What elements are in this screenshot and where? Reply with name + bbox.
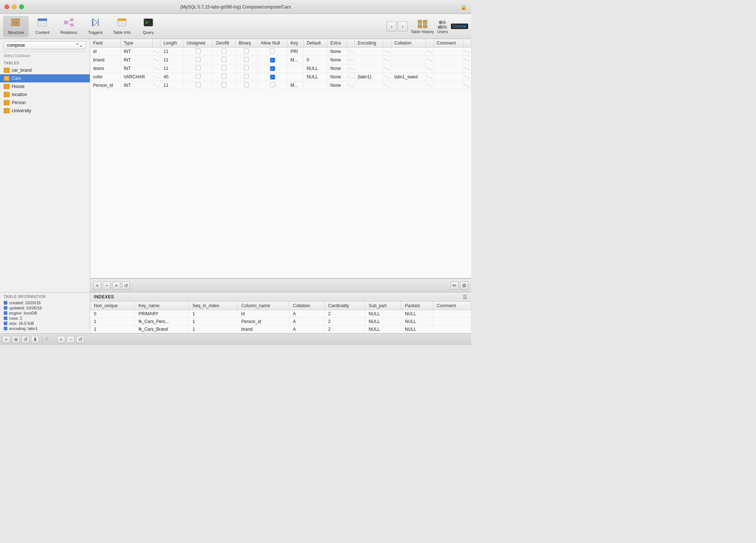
zerofill-checkbox[interactable] [222,57,226,62]
toolbar-content-button[interactable]: Content [29,16,55,37]
console-button[interactable]: Console [451,24,468,29]
comment-stepper[interactable]: ⌃⌄ [463,73,471,81]
field-allownull[interactable] [257,81,287,90]
field-zerofill[interactable] [213,64,236,73]
field-unsigned[interactable] [184,64,213,73]
field-binary[interactable] [236,81,258,90]
app-refresh-button[interactable]: ↺ [21,336,29,343]
binary-checkbox[interactable] [244,49,249,53]
sidebar-item-cars[interactable]: Cars [0,74,90,82]
app-gear-button[interactable]: ⚙ [12,336,20,343]
table-row[interactable]: Person_id INT ⌃⌄ 11 M... None ⌃⌄ ⌃⌄ ⌃⌄ ⌃… [90,81,471,90]
extra-stepper[interactable]: ⌃⌄ [347,81,354,90]
field-unsigned[interactable] [184,47,213,56]
allownull-checkbox[interactable]: ✓ [270,75,275,79]
sidebar-item-house[interactable]: House [0,82,90,90]
field-binary[interactable] [236,47,258,56]
comment-stepper[interactable]: ⌃⌄ [463,56,471,64]
encoding-stepper[interactable]: ⌃⌄ [384,81,391,90]
field-allownull[interactable]: ✓ [257,64,287,73]
extra-stepper[interactable]: ⌃⌄ [347,47,354,56]
type-stepper[interactable]: ⌃⌄ [153,64,160,73]
field-allownull[interactable]: ✓ [257,56,287,64]
encoding-stepper[interactable]: ⌃⌄ [384,64,391,73]
zerofill-checkbox[interactable] [222,74,226,79]
unsigned-checkbox[interactable] [196,82,201,87]
index-row[interactable]: 1 fk_Cars_Brand 1 brand A 2 NULL NULL [90,326,471,333]
type-stepper[interactable]: ⌃⌄ [153,73,160,81]
users-button[interactable]: Users [437,19,448,34]
sidebar-item-person[interactable]: Person [0,99,90,107]
comment-stepper[interactable]: ⌃⌄ [463,64,471,73]
unsigned-checkbox[interactable] [196,49,201,53]
field-unsigned[interactable] [184,81,213,90]
zerofill-checkbox[interactable] [222,49,226,53]
indexes-menu-icon[interactable]: ☰ [463,294,467,300]
table-row[interactable]: doors INT ⌃⌄ 11 ✓ NULL None ⌃⌄ ⌃⌄ ⌃⌄ ⌃⌄ [90,64,471,73]
encoding-stepper[interactable]: ⌃⌄ [384,47,391,56]
sidebar-item-location[interactable]: location [0,90,90,99]
unsigned-checkbox[interactable] [196,57,201,62]
binary-checkbox[interactable] [244,82,249,87]
type-stepper[interactable]: ⌃⌄ [153,56,160,64]
allownull-checkbox[interactable]: ✓ [270,66,275,71]
extra-stepper[interactable]: ⌃⌄ [347,56,354,64]
table-row[interactable]: id INT ⌃⌄ 11 PRI None ⌃⌄ ⌃⌄ ⌃⌄ ⌃⌄ [90,47,471,56]
collation-stepper[interactable]: ⌃⌄ [426,81,434,90]
field-allownull[interactable]: ✓ [257,73,287,81]
toolbar-triggers-button[interactable]: Triggers [82,16,108,37]
remove-field-button[interactable]: − [103,281,111,290]
collation-stepper[interactable]: ⌃⌄ [426,64,434,73]
field-binary[interactable] [236,73,258,81]
app-add-item-button[interactable]: + [57,336,65,343]
add-field-button[interactable]: + [93,281,101,290]
field-zerofill[interactable] [213,56,236,64]
field-unsigned[interactable] [184,73,213,81]
index-row[interactable]: 1 fk_Cars_Pers... 1 Person_id A 2 NULL N… [90,318,471,326]
app-remove-item-button[interactable]: − [67,336,75,343]
toolbar-tableinfo-button[interactable]: Table Info [109,16,135,37]
allownull-checkbox[interactable] [270,49,275,53]
add-index-btn[interactable]: + [112,281,120,290]
field-allownull[interactable] [257,47,287,56]
app-refresh-item-button[interactable]: ↺ [76,336,84,343]
edit-button[interactable]: ✏ [451,281,459,290]
zerofill-checkbox[interactable] [222,65,226,70]
collation-stepper[interactable]: ⌃⌄ [426,56,434,64]
encoding-stepper[interactable]: ⌃⌄ [384,56,391,64]
toolbar-structure-button[interactable]: Structure [3,16,29,37]
binary-checkbox[interactable] [244,74,249,79]
nav-back-button[interactable]: ‹ [386,21,397,32]
extra-stepper[interactable]: ⌃⌄ [347,64,354,73]
binary-checkbox[interactable] [244,57,249,62]
collation-stepper[interactable]: ⌃⌄ [426,47,434,56]
comment-stepper[interactable]: ⌃⌄ [463,81,471,90]
type-stepper[interactable]: ⌃⌄ [153,47,160,56]
field-zerofill[interactable] [213,73,236,81]
type-stepper[interactable]: ⌃⌄ [153,81,160,90]
comment-stepper[interactable]: ⌃⌄ [463,47,471,56]
settings-button[interactable]: ⚙ [460,281,468,290]
refresh-button[interactable]: ↺ [122,281,130,290]
toolbar-query-button[interactable]: $>_ Query [135,16,161,37]
index-row[interactable]: 0 PRIMARY 1 id A 2 NULL NULL [90,310,471,318]
close-button[interactable] [4,4,9,9]
unsigned-checkbox[interactable] [196,65,201,70]
table-row[interactable]: brand INT ⌃⌄ 11 ✓ M... 0 None ⌃⌄ ⌃⌄ ⌃⌄ ⌃… [90,56,471,64]
toolbar-relations-button[interactable]: Relations [56,16,82,37]
binary-checkbox[interactable] [244,65,249,70]
allownull-checkbox[interactable]: ✓ [270,58,275,63]
nav-forward-button[interactable]: › [398,21,408,32]
table-row[interactable]: color VARCHAR ⌃⌄ 45 ✓ NULL None ⌃⌄ (lati… [90,73,471,81]
allownull-checkbox[interactable] [270,82,275,87]
encoding-stepper[interactable]: ⌃⌄ [384,73,391,81]
table-history-button[interactable]: Table History [411,19,434,34]
sidebar-item-university[interactable]: University [0,107,90,115]
field-binary[interactable] [236,64,258,73]
minimize-button[interactable] [12,4,17,9]
unsigned-checkbox[interactable] [196,74,201,79]
console-badge[interactable]: Console [451,24,468,29]
collation-stepper[interactable]: ⌃⌄ [426,73,434,81]
db-selector[interactable]: compose ⌃⌄ [4,41,86,49]
maximize-button[interactable] [19,4,24,9]
